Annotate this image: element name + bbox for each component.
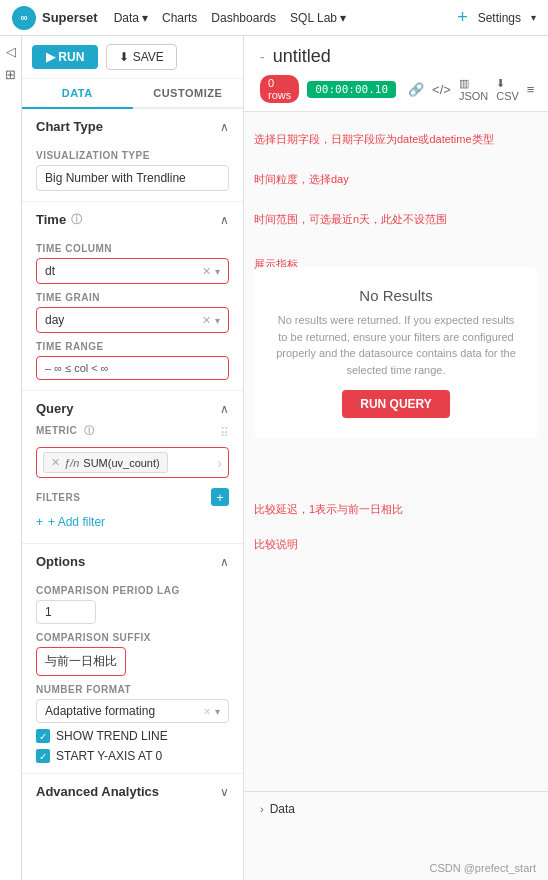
comparison-suffix-input[interactable]: 与前一日相比 xyxy=(36,647,126,676)
show-trend-checkbox[interactable]: ✓ xyxy=(36,729,50,743)
chart-title[interactable]: untitled xyxy=(273,46,331,67)
sidebar-icons: ◁ ⊞ xyxy=(0,36,22,880)
add-filter-row[interactable]: + + Add filter xyxy=(36,511,229,533)
no-results-area: No Results No results were returned. If … xyxy=(254,267,538,438)
tab-customize[interactable]: CUSTOMIZE xyxy=(133,79,244,107)
time-header[interactable]: Time ⓘ ∧ xyxy=(22,202,243,235)
left-panel: ▶ RUN ⬇ SAVE DATA CUSTOMIZE Chart Type ∧… xyxy=(22,36,244,880)
query-header[interactable]: Query ∧ xyxy=(22,391,243,424)
nav-dashboards[interactable]: Dashboards xyxy=(211,11,276,25)
time-grain-label: TIME GRAIN xyxy=(36,292,229,303)
viz-type-input[interactable]: Big Number with Trendline xyxy=(36,165,229,191)
metric-header: METRIC ⓘ ⠿ xyxy=(36,424,229,442)
annotation-time-range: 时间范围，可选最近n天，此处不设范围 xyxy=(254,212,447,227)
time-range-value: – ∞ ≤ col < ∞ xyxy=(45,362,109,374)
query-arrow: ∧ xyxy=(220,402,229,416)
options-title: Options xyxy=(36,554,85,569)
comparison-lag-input[interactable] xyxy=(36,600,96,624)
time-arrow: ∧ xyxy=(220,213,229,227)
chart-header: - untitled 0 rows 00:00:00.10 🔗 </> ▥ JS… xyxy=(244,36,548,112)
chart-type-header[interactable]: Chart Type ∧ xyxy=(22,109,243,142)
check-icon-2: ✓ xyxy=(39,751,47,762)
time-info-icon: ⓘ xyxy=(71,212,82,227)
time-column-value: dt xyxy=(45,264,198,278)
chart-type-body: VISUALIZATION TYPE Big Number with Trend… xyxy=(22,150,243,201)
time-grain-arrow: ▾ xyxy=(215,315,220,326)
link-icon[interactable]: 🔗 xyxy=(408,82,424,97)
check-icon: ✓ xyxy=(39,731,47,742)
metric-remove[interactable]: ✕ xyxy=(51,456,60,469)
settings-button[interactable]: Settings xyxy=(478,11,521,25)
filters-header: FILTERS + xyxy=(36,488,229,506)
viz-type-label: VISUALIZATION TYPE xyxy=(36,150,229,161)
nav-items: Data ▾ Charts Dashboards SQL Lab ▾ xyxy=(114,11,346,25)
nav-charts[interactable]: Charts xyxy=(162,11,197,25)
nav-sqllab[interactable]: SQL Lab ▾ xyxy=(290,11,346,25)
more-icon[interactable]: ≡ xyxy=(527,82,535,97)
number-format-value: Adaptative formating xyxy=(45,704,155,718)
data-section[interactable]: › Data xyxy=(244,791,548,826)
json-icon[interactable]: ▥ JSON xyxy=(459,77,488,102)
add-filter-button[interactable]: + xyxy=(211,488,229,506)
annotation-time-grain: 时间粒度，选择day xyxy=(254,172,349,187)
show-trend-label: SHOW TREND LINE xyxy=(56,729,168,743)
run-button[interactable]: ▶ RUN xyxy=(32,45,98,69)
query-title: Query xyxy=(36,401,74,416)
no-results-title: No Results xyxy=(274,287,518,304)
show-trend-row: ✓ SHOW TREND LINE xyxy=(36,729,229,743)
viz-type-value: Big Number with Trendline xyxy=(45,171,186,185)
csv-icon[interactable]: ⬇ CSV xyxy=(496,77,519,102)
number-format-select[interactable]: Adaptative formating ✕ ▾ xyxy=(36,699,229,723)
nav-sqllab-arrow: ▾ xyxy=(340,11,346,25)
query-body: METRIC ⓘ ⠿ ✕ ƒ/n SUM(uv_count) › FILTERS… xyxy=(22,424,243,543)
metric-name: SUM(uv_count) xyxy=(83,457,159,469)
panel-tabs: DATA CUSTOMIZE xyxy=(22,79,243,109)
chart-type-title: Chart Type xyxy=(36,119,103,134)
time-column-select-row: dt ✕ ▾ xyxy=(45,264,220,278)
watermark: CSDN @prefect_start xyxy=(244,856,548,880)
time-column-arrow: ▾ xyxy=(215,266,220,277)
metric-fn: ƒ/n xyxy=(64,457,79,469)
save-button[interactable]: ⬇ SAVE xyxy=(106,44,176,70)
time-column-input[interactable]: dt ✕ ▾ xyxy=(36,258,229,284)
sidebar-grid-icon[interactable]: ⊞ xyxy=(5,67,16,82)
filters-label: FILTERS xyxy=(36,492,80,503)
logo-icon: ∞ xyxy=(12,6,36,30)
tab-data[interactable]: DATA xyxy=(22,79,133,109)
annotation-comparison-suffix: 比较说明 xyxy=(254,537,298,552)
time-column-clear[interactable]: ✕ xyxy=(202,265,211,278)
metric-row: ✕ ƒ/n SUM(uv_count) › xyxy=(36,447,229,478)
add-filter-label: + Add filter xyxy=(48,515,105,529)
start-y-label: START Y-AXIS AT 0 xyxy=(56,749,162,763)
advanced-analytics-title: Advanced Analytics xyxy=(36,784,159,799)
time-range-input[interactable]: – ∞ ≤ col < ∞ xyxy=(36,356,229,380)
time-grain-clear[interactable]: ✕ xyxy=(202,314,211,327)
format-clear[interactable]: ✕ xyxy=(203,706,211,717)
code-icon[interactable]: </> xyxy=(432,82,451,97)
run-query-button[interactable]: RUN QUERY xyxy=(342,390,450,418)
toolbar: ▶ RUN ⬇ SAVE xyxy=(22,36,243,79)
format-arrow: ▾ xyxy=(215,706,220,717)
advanced-analytics-arrow: ∨ xyxy=(220,785,229,799)
nav-data[interactable]: Data ▾ xyxy=(114,11,148,25)
main-layout: ◁ ⊞ ▶ RUN ⬇ SAVE DATA CUSTOMIZE Chart Ty… xyxy=(0,36,548,880)
chart-type-section: Chart Type ∧ VISUALIZATION TYPE Big Numb… xyxy=(22,109,243,202)
start-y-checkbox[interactable]: ✓ xyxy=(36,749,50,763)
time-grain-select-row: day ✕ ▾ xyxy=(45,313,220,327)
query-section: Query ∧ METRIC ⓘ ⠿ ✕ ƒ/n SUM(uv_count) xyxy=(22,391,243,544)
settings-arrow: ▾ xyxy=(531,12,536,23)
chart-title-row: - untitled xyxy=(260,46,532,67)
options-header[interactable]: Options ∧ xyxy=(22,544,243,577)
time-grain-input[interactable]: day ✕ ▾ xyxy=(36,307,229,333)
chart-type-arrow: ∧ xyxy=(220,120,229,134)
nav-data-arrow: ▾ xyxy=(142,11,148,25)
metric-label: METRIC ⓘ xyxy=(36,424,94,438)
advanced-analytics-section[interactable]: Advanced Analytics ∨ xyxy=(22,774,243,809)
number-format-label: NUMBER FORMAT xyxy=(36,684,229,695)
data-section-label: Data xyxy=(270,802,295,816)
metric-drag-icon[interactable]: ⠿ xyxy=(220,426,229,440)
no-results-text: No results were returned. If you expecte… xyxy=(274,312,518,378)
annotation-select-date: 选择日期字段，日期字段应为date或datetime类型 xyxy=(254,132,494,147)
sidebar-collapse-icon[interactable]: ◁ xyxy=(6,44,16,59)
nav-plus-icon[interactable]: + xyxy=(457,7,468,28)
